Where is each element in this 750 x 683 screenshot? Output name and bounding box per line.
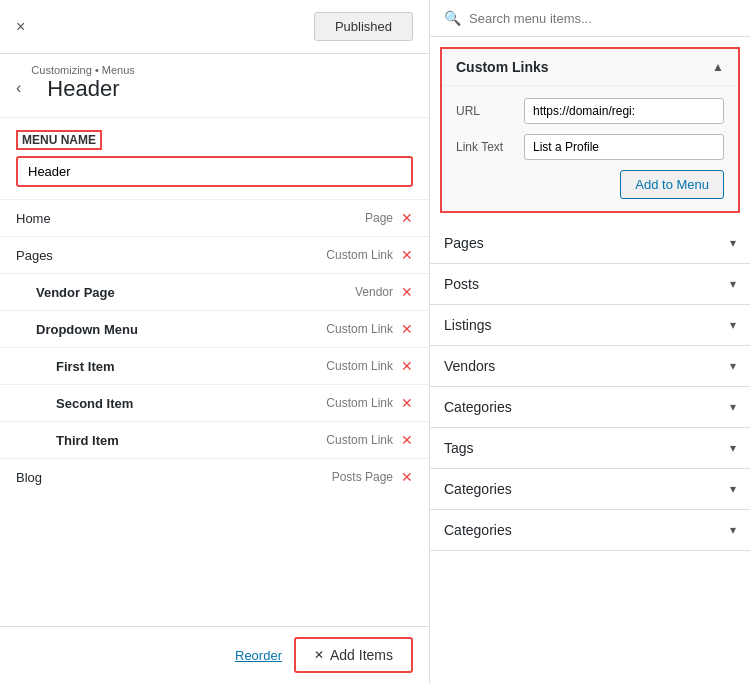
url-label: URL [456,104,516,118]
accordion-pages-chevron: ▾ [730,236,736,250]
breadcrumb: Customizing • Menus [31,64,135,76]
custom-links-title: Custom Links [456,59,549,75]
accordion-categories-3-header[interactable]: Categories ▾ [430,510,750,550]
accordion-categories-1: Categories ▾ [430,387,750,428]
accordion-categories-3-chevron: ▾ [730,523,736,537]
menu-item-home-type: Page [365,211,393,225]
accordion-posts-chevron: ▾ [730,277,736,291]
close-icon[interactable]: × [16,18,25,36]
accordion-tags-title: Tags [444,440,474,456]
top-bar: × Published [0,0,429,54]
menu-item-second-item-type: Custom Link [326,396,393,410]
right-panel: 🔍 Custom Links ▲ URL Link Text Add to Me… [430,0,750,683]
menu-item-pages-name: Pages [16,248,53,263]
page-title: Header [31,76,135,112]
menu-item-second-item: Second Item Custom Link ✕ [0,384,429,421]
custom-links-section: Custom Links ▲ URL Link Text Add to Menu [440,47,740,213]
add-items-button[interactable]: ✕ Add Items [294,637,413,673]
menu-item-vendor-page-remove[interactable]: ✕ [401,284,413,300]
menu-item-third-item-type: Custom Link [326,433,393,447]
accordion-listings-chevron: ▾ [730,318,736,332]
menu-item-first-item: First Item Custom Link ✕ [0,347,429,384]
menu-item-dropdown-menu-name: Dropdown Menu [36,322,138,337]
accordion-listings-title: Listings [444,317,491,333]
accordion-tags-chevron: ▾ [730,441,736,455]
reorder-link[interactable]: Reorder [235,648,282,663]
accordion-categories-2: Categories ▾ [430,469,750,510]
search-bar: 🔍 [430,0,750,37]
menu-item-vendor-page-name: Vendor Page [36,285,115,300]
add-to-menu-button[interactable]: Add to Menu [620,170,724,199]
accordion-vendors-title: Vendors [444,358,495,374]
add-items-x-icon: ✕ [314,648,324,662]
accordion-categories-1-header[interactable]: Categories ▾ [430,387,750,427]
menu-item-first-item-type: Custom Link [326,359,393,373]
accordion-pages-header[interactable]: Pages ▾ [430,223,750,263]
menu-item-blog-remove[interactable]: ✕ [401,469,413,485]
menu-item-home-name: Home [16,211,51,226]
accordion-categories-1-chevron: ▾ [730,400,736,414]
nav-bar: ‹ Customizing • Menus Header [0,54,429,118]
accordion-vendors: Vendors ▾ [430,346,750,387]
left-panel: × Published ‹ Customizing • Menus Header… [0,0,430,683]
search-input[interactable] [469,11,736,26]
menu-item-first-item-name: First Item [56,359,115,374]
add-items-label: Add Items [330,647,393,663]
accordion-vendors-chevron: ▾ [730,359,736,373]
menu-items-list: Home Page ✕ Pages Custom Link ✕ Vendor P… [0,199,429,626]
accordion-categories-2-title: Categories [444,481,512,497]
custom-links-header[interactable]: Custom Links ▲ [442,49,738,86]
bottom-bar: Reorder ✕ Add Items [0,626,429,683]
accordion-categories-3-title: Categories [444,522,512,538]
menu-item-blog-type: Posts Page [332,470,393,484]
menu-item-vendor-page-type: Vendor [355,285,393,299]
menu-item-third-item-remove[interactable]: ✕ [401,432,413,448]
link-text-row: Link Text [456,134,724,160]
back-arrow-icon[interactable]: ‹ [16,79,21,97]
menu-item-second-item-remove[interactable]: ✕ [401,395,413,411]
menu-item-home: Home Page ✕ [0,199,429,236]
menu-item-second-item-name: Second Item [56,396,133,411]
menu-name-input[interactable] [16,156,413,187]
url-input[interactable] [524,98,724,124]
search-icon: 🔍 [444,10,461,26]
accordion-listings-header[interactable]: Listings ▾ [430,305,750,345]
accordion-posts-header[interactable]: Posts ▾ [430,264,750,304]
custom-links-body: URL Link Text Add to Menu [442,86,738,211]
accordion-tags: Tags ▾ [430,428,750,469]
custom-links-toggle-icon: ▲ [712,60,724,74]
menu-item-dropdown-menu-remove[interactable]: ✕ [401,321,413,337]
accordion-posts-title: Posts [444,276,479,292]
menu-item-dropdown-menu: Dropdown Menu Custom Link ✕ [0,310,429,347]
menu-item-pages-remove[interactable]: ✕ [401,247,413,263]
menu-item-first-item-remove[interactable]: ✕ [401,358,413,374]
published-button[interactable]: Published [314,12,413,41]
accordion-pages: Pages ▾ [430,223,750,264]
link-text-label: Link Text [456,140,516,154]
accordion-categories-3: Categories ▾ [430,510,750,551]
menu-item-third-item: Third Item Custom Link ✕ [0,421,429,458]
menu-item-dropdown-menu-type: Custom Link [326,322,393,336]
link-text-input[interactable] [524,134,724,160]
accordion-categories-2-header[interactable]: Categories ▾ [430,469,750,509]
menu-name-label: Menu Name [16,130,102,150]
menu-item-vendor-page: Vendor Page Vendor ✕ [0,273,429,310]
url-row: URL [456,98,724,124]
accordion-vendors-header[interactable]: Vendors ▾ [430,346,750,386]
menu-item-pages: Pages Custom Link ✕ [0,236,429,273]
accordion-listings: Listings ▾ [430,305,750,346]
menu-item-home-remove[interactable]: ✕ [401,210,413,226]
accordion-categories-1-title: Categories [444,399,512,415]
menu-item-blog: Blog Posts Page ✕ [0,458,429,495]
menu-name-section: Menu Name [0,118,429,199]
menu-item-third-item-name: Third Item [56,433,119,448]
accordion-categories-2-chevron: ▾ [730,482,736,496]
accordion-pages-title: Pages [444,235,484,251]
menu-item-blog-name: Blog [16,470,42,485]
menu-item-pages-type: Custom Link [326,248,393,262]
accordion-tags-header[interactable]: Tags ▾ [430,428,750,468]
accordion-posts: Posts ▾ [430,264,750,305]
